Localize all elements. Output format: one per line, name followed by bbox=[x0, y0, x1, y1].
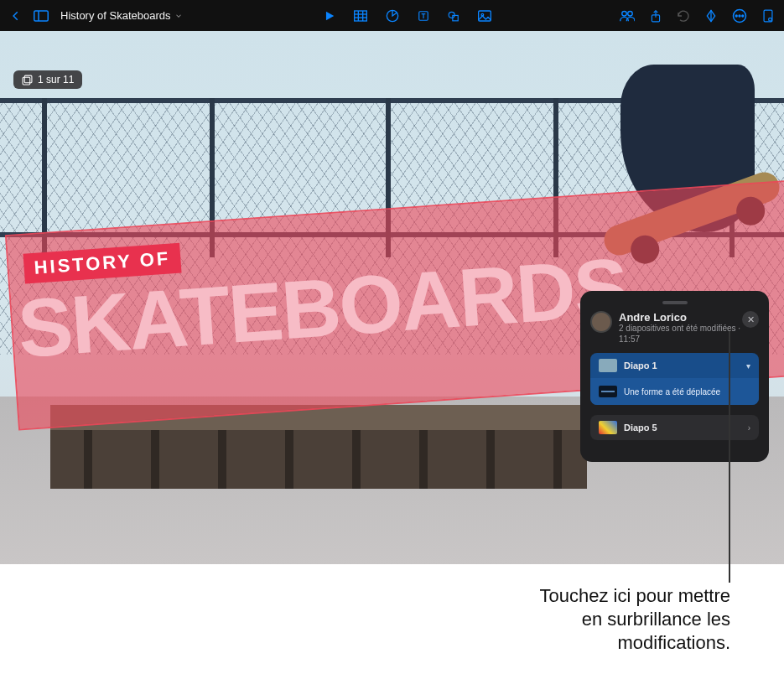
shape-icon[interactable] bbox=[448, 10, 459, 22]
slide-thumbnail bbox=[599, 359, 617, 372]
document-options-icon[interactable] bbox=[762, 9, 774, 23]
svg-point-12 bbox=[449, 12, 454, 18]
callout-pointer bbox=[729, 331, 730, 583]
play-icon[interactable] bbox=[324, 10, 335, 22]
activity-time: 11:57 bbox=[619, 334, 740, 345]
back-icon[interactable] bbox=[10, 10, 22, 22]
activity-panel: Andre Lorico 2 diapositives ont été modi… bbox=[580, 291, 769, 462]
change-thumbnail bbox=[599, 386, 617, 397]
drag-handle[interactable] bbox=[662, 301, 688, 304]
svg-rect-25 bbox=[764, 10, 772, 22]
svg-point-16 bbox=[622, 11, 627, 16]
activity-slide-item: Diapo 5 › bbox=[590, 415, 759, 440]
svg-marker-2 bbox=[326, 11, 334, 20]
callout-line: Touchez ici pour mettre bbox=[445, 584, 730, 608]
slides-icon bbox=[22, 75, 33, 86]
chevron-down-icon: ▾ bbox=[746, 361, 750, 371]
table-icon[interactable] bbox=[354, 10, 367, 22]
toolbar: History of Skateboards bbox=[0, 0, 784, 31]
undo-icon[interactable] bbox=[677, 10, 690, 22]
svg-point-23 bbox=[739, 15, 740, 17]
document-title-text: History of Skateboards bbox=[60, 9, 171, 22]
collaborate-icon[interactable] bbox=[620, 10, 635, 22]
activity-slide-toggle[interactable]: Diapo 5 › bbox=[590, 415, 759, 440]
svg-rect-14 bbox=[479, 11, 491, 21]
slide-thumbnail bbox=[599, 421, 617, 434]
share-icon[interactable] bbox=[650, 9, 662, 23]
activity-slide-label: Diapo 1 bbox=[624, 360, 740, 371]
svg-point-26 bbox=[769, 18, 772, 21]
slide-counter[interactable]: 1 sur 11 bbox=[13, 70, 82, 89]
svg-point-22 bbox=[735, 15, 737, 17]
svg-rect-13 bbox=[453, 15, 458, 20]
media-icon[interactable] bbox=[478, 10, 491, 22]
activity-slide-item: Diapo 1 ▾ Une forme a été déplacée bbox=[590, 353, 759, 405]
close-icon[interactable]: ✕ bbox=[742, 311, 759, 328]
activity-slide-toggle[interactable]: Diapo 1 ▾ bbox=[590, 353, 759, 378]
svg-rect-0 bbox=[34, 11, 49, 21]
callout-line: en surbrillance les bbox=[445, 608, 730, 631]
format-icon[interactable] bbox=[705, 9, 717, 23]
svg-rect-27 bbox=[24, 75, 32, 83]
activity-slide-label: Diapo 5 bbox=[624, 423, 741, 433]
callout-line: modifications. bbox=[445, 631, 730, 655]
activity-change-text: Une forme a été déplacée bbox=[624, 387, 720, 397]
text-icon[interactable] bbox=[418, 10, 429, 22]
slide-counter-text: 1 sur 11 bbox=[38, 74, 74, 86]
callout: Touchez ici pour mettre en surbrillance … bbox=[445, 584, 730, 655]
svg-point-24 bbox=[742, 15, 744, 17]
activity-change-row[interactable]: Une forme a été déplacée bbox=[590, 378, 759, 405]
sidebar-toggle-icon[interactable] bbox=[34, 10, 49, 22]
slide-canvas[interactable]: HISTORY OF SKATEBOARDS 1 sur 11 Andre Lo… bbox=[0, 31, 784, 564]
avatar bbox=[590, 311, 612, 333]
svg-point-17 bbox=[628, 11, 633, 16]
activity-summary: 2 diapositives ont été modifiées · bbox=[619, 324, 740, 334]
svg-rect-3 bbox=[355, 11, 367, 21]
more-icon[interactable] bbox=[732, 8, 747, 23]
document-title[interactable]: History of Skateboards bbox=[60, 9, 183, 22]
svg-rect-28 bbox=[23, 77, 30, 85]
chart-icon[interactable] bbox=[386, 9, 399, 23]
chevron-right-icon: › bbox=[748, 423, 750, 433]
activity-author: Andre Lorico bbox=[619, 311, 740, 324]
